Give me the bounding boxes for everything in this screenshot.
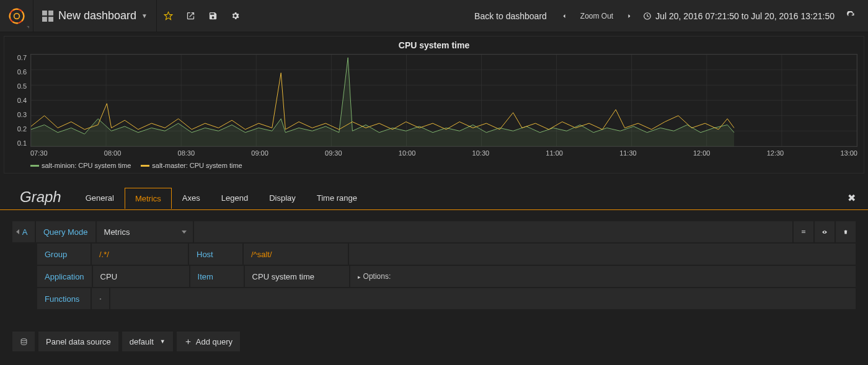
svg-rect-5 xyxy=(42,17,47,22)
functions-label: Functions xyxy=(37,288,91,309)
query-mode-label: Query Mode xyxy=(36,221,95,242)
tab-time-range[interactable]: Time range xyxy=(306,187,368,208)
time-range-text: Jul 20, 2016 07:21:50 to Jul 20, 2016 13… xyxy=(655,11,835,21)
svg-point-2 xyxy=(14,13,19,19)
application-label: Application xyxy=(37,266,92,287)
chevron-down-icon: ▼ xyxy=(141,12,148,19)
tab-axes[interactable]: Axes xyxy=(172,187,211,208)
zoom-out-button[interactable]: Zoom Out xyxy=(573,0,621,32)
svg-rect-3 xyxy=(42,11,47,15)
dashboard-title: New dashboard xyxy=(58,9,136,22)
add-query-button[interactable]: Add query xyxy=(177,332,240,351)
chart-plot-area[interactable] xyxy=(30,54,857,147)
query-delete-button[interactable] xyxy=(836,221,856,242)
query-visibility-button[interactable] xyxy=(815,221,835,242)
time-back-button[interactable] xyxy=(556,0,573,32)
time-forward-button[interactable] xyxy=(621,0,638,32)
share-button[interactable] xyxy=(179,0,202,32)
svg-point-29 xyxy=(21,338,27,340)
tab-metrics[interactable]: Metrics xyxy=(125,188,172,209)
panel-type-label: Graph xyxy=(6,186,75,209)
editor-tabs: Graph GeneralMetricsAxesLegendDisplayTim… xyxy=(0,186,868,210)
grafana-logo-menu[interactable] xyxy=(0,0,33,32)
time-range-picker[interactable]: Jul 20, 2016 07:21:50 to Jul 20, 2016 13… xyxy=(638,0,839,32)
star-button[interactable] xyxy=(157,0,179,32)
datasource-icon[interactable] xyxy=(12,332,35,351)
settings-button[interactable] xyxy=(224,0,246,32)
legend-item[interactable]: salt-minion: CPU system time xyxy=(30,162,131,169)
add-function-button[interactable] xyxy=(92,288,109,309)
close-editor-button[interactable]: ✖ xyxy=(841,192,862,204)
group-label: Group xyxy=(37,244,91,265)
back-to-dashboard-link[interactable]: Back to dashboard xyxy=(466,11,556,21)
application-select[interactable]: CPU xyxy=(93,266,189,287)
graph-panel: CPU system time 0.70.60.50.40.30.20.1 07… xyxy=(4,36,864,174)
query-letter-toggle[interactable]: A xyxy=(12,221,35,242)
legend-item[interactable]: salt-master: CPU system time xyxy=(141,162,242,169)
panel-title[interactable]: CPU system time xyxy=(11,38,857,54)
dashboard-title-dropdown[interactable]: New dashboard ▼ xyxy=(33,0,157,32)
svg-point-0 xyxy=(9,9,24,23)
x-axis: 07:3008:0008:3009:0009:3010:0010:3011:00… xyxy=(30,147,857,157)
y-axis: 0.70.60.50.40.30.20.1 xyxy=(11,54,30,147)
svg-marker-7 xyxy=(164,12,172,20)
host-select[interactable]: /^salt/ xyxy=(244,244,348,265)
svg-marker-28 xyxy=(31,58,734,146)
item-select[interactable]: CPU system time xyxy=(245,266,349,287)
grafana-icon xyxy=(8,7,25,25)
query-spacer xyxy=(194,221,792,242)
save-button[interactable] xyxy=(202,0,224,32)
item-label: Item xyxy=(190,266,244,287)
datasource-label: Panel data source xyxy=(38,332,118,351)
host-label: Host xyxy=(189,244,242,265)
svg-rect-4 xyxy=(48,11,53,15)
tab-display[interactable]: Display xyxy=(259,187,306,208)
clock-icon xyxy=(643,12,652,20)
group-select[interactable]: /.*/ xyxy=(92,244,188,265)
refresh-button[interactable] xyxy=(839,0,862,32)
datasource-select[interactable]: default ▼ xyxy=(122,332,173,351)
query-menu-button[interactable] xyxy=(794,221,813,242)
top-navbar: New dashboard ▼ Back to dashboard Zoom O… xyxy=(0,0,868,32)
options-toggle[interactable]: Options: xyxy=(358,272,391,281)
tab-general[interactable]: General xyxy=(75,187,125,208)
tab-legend[interactable]: Legend xyxy=(211,187,259,208)
dashboard-icon xyxy=(42,11,53,22)
chart-legend: salt-minion: CPU system timesalt-master:… xyxy=(30,157,857,169)
query-mode-select[interactable]: Metrics xyxy=(97,221,193,242)
svg-rect-6 xyxy=(48,17,53,22)
